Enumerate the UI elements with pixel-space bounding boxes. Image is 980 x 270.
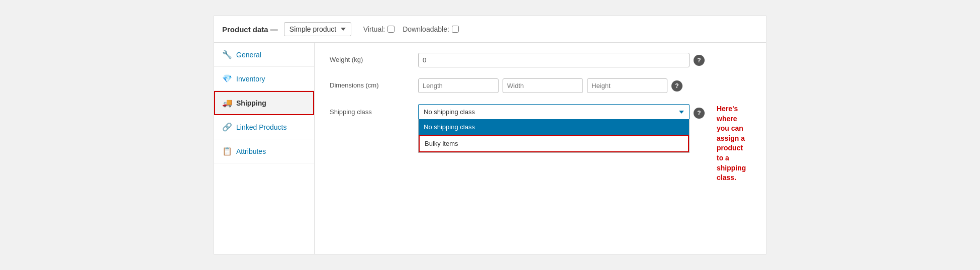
sidebar-label-shipping: Shipping <box>236 99 266 107</box>
sidebar-label-attributes: Attributes <box>236 147 266 155</box>
dropdown-option-bulky[interactable]: Bulky items <box>419 135 689 152</box>
virtual-checkbox[interactable] <box>387 26 395 33</box>
weight-controls: ? <box>418 53 751 67</box>
downloadable-checkbox[interactable] <box>452 26 459 33</box>
shipping-class-dropdown: No shipping class Bulky items <box>418 119 690 153</box>
height-input[interactable] <box>587 78 667 93</box>
truck-icon: 🚚 <box>222 98 232 108</box>
sidebar-item-attributes[interactable]: 📋 Attributes <box>214 139 314 163</box>
sidebar: 🔧 General 💎 Inventory 🚚 Shipping 🔗 Linke… <box>214 43 315 254</box>
shipping-class-row: Shipping class No shipping class No ship… <box>330 104 751 185</box>
dimensions-label: Dimensions (cm) <box>330 78 410 89</box>
sidebar-item-shipping[interactable]: 🚚 Shipping <box>214 91 314 115</box>
diamond-icon: 💎 <box>222 74 232 83</box>
sidebar-item-general[interactable]: 🔧 General <box>214 43 314 67</box>
panel-body: 🔧 General 💎 Inventory 🚚 Shipping 🔗 Linke… <box>214 43 766 254</box>
weight-help-icon[interactable]: ? <box>694 55 705 66</box>
dimensions-controls: ? <box>418 78 751 93</box>
shipping-class-controls: No shipping class No shipping class Bulk… <box>418 104 751 185</box>
wrench-icon: 🔧 <box>222 50 232 59</box>
dimensions-row: Dimensions (cm) ? <box>330 78 751 93</box>
dimensions-help-icon[interactable]: ? <box>671 80 682 92</box>
sidebar-item-inventory[interactable]: 💎 Inventory <box>214 67 314 91</box>
header-checkboxes: Virtual: Downloadable: <box>363 25 459 33</box>
downloadable-label[interactable]: Downloadable: <box>403 25 459 33</box>
weight-label: Weight (kg) <box>330 53 410 63</box>
dropdown-option-no-shipping[interactable]: No shipping class <box>419 119 689 135</box>
shipping-content: Weight (kg) ? Dimensions (cm) ? Shipping <box>315 43 766 254</box>
grid-icon: 📋 <box>222 146 232 156</box>
shipping-class-wrapper: No shipping class No shipping class Bulk… <box>418 104 690 119</box>
shipping-class-callout: Here's where you can assign a product to… <box>717 104 751 185</box>
panel-title: Product data — <box>222 25 278 34</box>
weight-row: Weight (kg) ? <box>330 53 751 67</box>
virtual-label[interactable]: Virtual: <box>363 25 395 33</box>
shipping-class-help-icon[interactable]: ? <box>694 108 705 119</box>
shipping-class-select[interactable]: No shipping class <box>418 104 690 119</box>
sidebar-label-general: General <box>236 51 261 59</box>
sidebar-label-linked: Linked Products <box>236 123 286 131</box>
panel-header: Product data — Simple product Virtual: D… <box>214 16 766 43</box>
product-type-select[interactable]: Simple product <box>284 22 351 36</box>
length-input[interactable] <box>418 78 499 93</box>
width-input[interactable] <box>503 78 583 93</box>
shipping-class-label: Shipping class <box>330 104 410 116</box>
product-data-panel: Product data — Simple product Virtual: D… <box>214 16 766 254</box>
link-icon: 🔗 <box>222 122 232 132</box>
sidebar-item-linked-products[interactable]: 🔗 Linked Products <box>214 115 314 139</box>
sidebar-label-inventory: Inventory <box>236 75 265 83</box>
weight-input[interactable] <box>418 53 690 67</box>
